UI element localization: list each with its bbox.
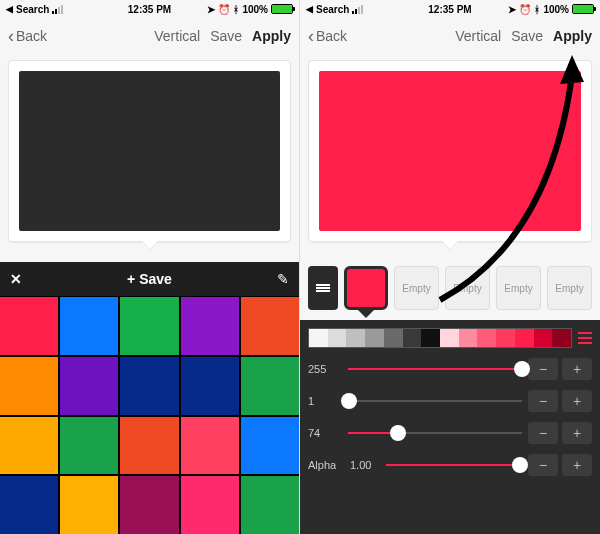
slider-alpha-plus[interactable]: + xyxy=(562,454,592,476)
apply-button[interactable]: Apply xyxy=(252,28,291,44)
location-icon: ➤ xyxy=(207,4,215,15)
swatch[interactable] xyxy=(120,357,178,415)
back-label: Back xyxy=(316,28,347,44)
alarm-icon: ⏰ xyxy=(519,4,531,15)
slider-r-minus[interactable]: − xyxy=(528,358,558,380)
swatch[interactable] xyxy=(0,417,58,475)
current-color-chip[interactable] xyxy=(344,266,388,310)
spectrum-seg[interactable] xyxy=(459,329,478,347)
slider-r-track[interactable] xyxy=(348,359,522,379)
swatch[interactable] xyxy=(120,476,178,534)
palette-menu-button[interactable] xyxy=(308,266,338,310)
slider-b-label: 74 xyxy=(308,427,342,439)
swatch[interactable] xyxy=(0,297,58,355)
chevron-left-icon: ‹ xyxy=(8,27,14,45)
save-button[interactable]: Save xyxy=(511,28,543,44)
close-icon[interactable]: ✕ xyxy=(10,271,22,287)
apply-button[interactable]: Apply xyxy=(553,28,592,44)
alarm-icon: ⏰ xyxy=(218,4,230,15)
slider-alpha-minus[interactable]: − xyxy=(528,454,558,476)
back-to-app-chevron[interactable]: ◀ xyxy=(306,4,313,14)
alpha-value: 1.00 xyxy=(350,459,378,471)
preview-rect[interactable] xyxy=(19,71,280,231)
back-to-app-label[interactable]: Search xyxy=(316,4,349,15)
spectrum-seg[interactable] xyxy=(421,329,440,347)
swatch[interactable] xyxy=(241,357,299,415)
swatch[interactable] xyxy=(181,297,239,355)
slider-g-plus[interactable]: + xyxy=(562,390,592,412)
back-button[interactable]: ‹ Back xyxy=(308,27,347,45)
spectrum-row xyxy=(308,328,592,348)
swatch[interactable] xyxy=(60,476,118,534)
swatch[interactable] xyxy=(241,417,299,475)
swatch[interactable] xyxy=(181,476,239,534)
vertical-button[interactable]: Vertical xyxy=(455,28,501,44)
saved-slot-empty[interactable]: Empty xyxy=(496,266,541,310)
palette-toolbar: ✕ + Save ✎ xyxy=(0,262,299,296)
status-bar: ◀ Search 12:35 PM ➤ ⏰ ᚼ 100% xyxy=(0,0,299,18)
slider-b-minus[interactable]: − xyxy=(528,422,558,444)
bluetooth-icon: ᚼ xyxy=(534,4,540,15)
chevron-left-icon: ‹ xyxy=(308,27,314,45)
slider-alpha-track[interactable] xyxy=(386,455,520,475)
slider-b: 74 − + xyxy=(308,422,592,444)
spectrum-seg[interactable] xyxy=(496,329,515,347)
slider-g-minus[interactable]: − xyxy=(528,390,558,412)
swatch[interactable] xyxy=(120,417,178,475)
battery-icon xyxy=(271,4,293,14)
spectrum-seg[interactable] xyxy=(534,329,553,347)
spectrum-seg[interactable] xyxy=(552,329,571,347)
spectrum-bar[interactable] xyxy=(308,328,572,348)
status-time: 12:35 PM xyxy=(120,4,180,15)
slider-alpha: Alpha 1.00 − + xyxy=(308,454,592,476)
preview-area xyxy=(0,54,299,258)
swatch[interactable] xyxy=(241,297,299,355)
swatch[interactable] xyxy=(60,417,118,475)
palette-save-button[interactable]: + Save xyxy=(127,271,172,287)
signal-icon xyxy=(352,5,363,14)
edit-icon[interactable]: ✎ xyxy=(277,271,289,287)
slider-g-track[interactable] xyxy=(348,391,522,411)
saved-slot-empty[interactable]: Empty xyxy=(547,266,592,310)
swatch[interactable] xyxy=(120,297,178,355)
slider-r-plus[interactable]: + xyxy=(562,358,592,380)
spectrum-seg[interactable] xyxy=(309,329,328,347)
vertical-button[interactable]: Vertical xyxy=(154,28,200,44)
swatch[interactable] xyxy=(60,357,118,415)
save-button[interactable]: Save xyxy=(210,28,242,44)
swatch[interactable] xyxy=(181,417,239,475)
color-picker-panel: 255 − + 1 − + 74 − + xyxy=(300,320,600,534)
swatch[interactable] xyxy=(241,476,299,534)
nav-bar: ‹ Back Vertical Save Apply xyxy=(0,18,299,54)
slider-b-track[interactable] xyxy=(348,423,522,443)
saved-slot-empty[interactable]: Empty xyxy=(394,266,439,310)
spectrum-seg[interactable] xyxy=(515,329,534,347)
spectrum-seg[interactable] xyxy=(477,329,496,347)
back-button[interactable]: ‹ Back xyxy=(8,27,47,45)
swatch[interactable] xyxy=(0,476,58,534)
saved-slot-empty[interactable]: Empty xyxy=(445,266,490,310)
spectrum-seg[interactable] xyxy=(403,329,422,347)
battery-icon xyxy=(572,4,594,14)
location-icon: ➤ xyxy=(508,4,516,15)
back-label: Back xyxy=(16,28,47,44)
spectrum-seg[interactable] xyxy=(440,329,459,347)
slider-r: 255 − + xyxy=(308,358,592,380)
nav-bar: ‹ Back Vertical Save Apply xyxy=(300,18,600,54)
bluetooth-icon: ᚼ xyxy=(233,4,239,15)
back-to-app-chevron[interactable]: ◀ xyxy=(6,4,13,14)
slider-b-plus[interactable]: + xyxy=(562,422,592,444)
preview-rect[interactable] xyxy=(319,71,581,231)
spectrum-seg[interactable] xyxy=(384,329,403,347)
picker-menu-icon[interactable] xyxy=(572,332,592,344)
swatch[interactable] xyxy=(60,297,118,355)
swatch[interactable] xyxy=(0,357,58,415)
phone-right: ◀ Search 12:35 PM ➤ ⏰ ᚼ 100% ‹ Back xyxy=(300,0,600,534)
slider-g: 1 − + xyxy=(308,390,592,412)
spectrum-seg[interactable] xyxy=(346,329,365,347)
swatch[interactable] xyxy=(181,357,239,415)
back-to-app-label[interactable]: Search xyxy=(16,4,49,15)
battery-pct: 100% xyxy=(543,4,569,15)
spectrum-seg[interactable] xyxy=(365,329,384,347)
spectrum-seg[interactable] xyxy=(328,329,347,347)
